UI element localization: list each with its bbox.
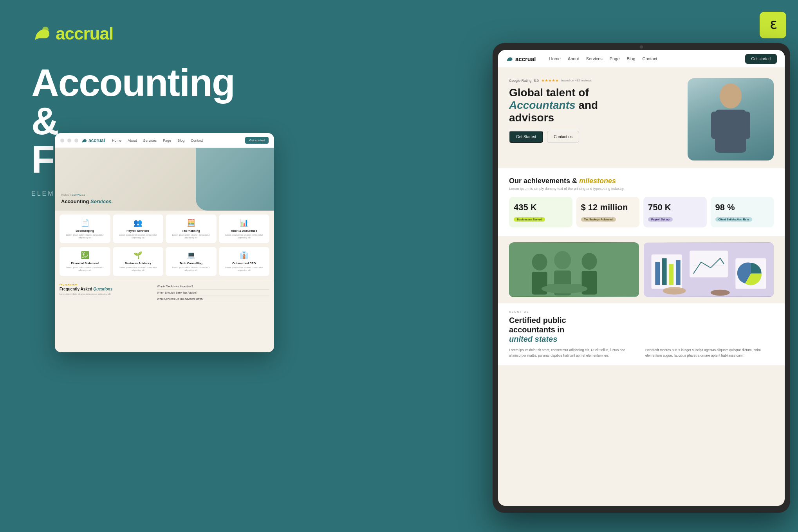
service-desc: Lorem ipsum dolor sit amet consectetur a…	[169, 266, 213, 272]
small-hero-area: HOME / SERVICES Accounting Services.	[55, 148, 274, 211]
svg-point-25	[711, 290, 730, 296]
small-get-started-btn[interactable]: Get started	[245, 137, 269, 144]
faq-questions: Why is Tax Advice Important? When Should…	[157, 283, 269, 302]
svg-rect-13	[547, 284, 582, 292]
tablet-logo: accrual	[506, 55, 536, 62]
tech-icon: 💻	[169, 251, 213, 260]
rating-label: Google Rating	[509, 79, 532, 83]
achievement-number: 435 K	[514, 202, 568, 213]
hero-buttons: Get Started Contact us	[509, 131, 680, 143]
nav-blog[interactable]: Blog	[627, 56, 636, 61]
faq-title: Frequently Asked Questions	[60, 287, 153, 291]
service-card-audit: 📊 Audit & Assurance Lorem ipsum dolor si…	[219, 215, 270, 243]
photos-section	[498, 236, 785, 303]
tablet-inner: accrual Home About Services Page Blog Co…	[498, 50, 785, 506]
service-desc: Lorem ipsum dolor sit amet consectetur a…	[169, 234, 213, 239]
svg-point-6	[532, 254, 547, 271]
audit-icon: 📊	[222, 218, 267, 227]
service-desc: Lorem ipsum dolor sit amet consectetur a…	[116, 266, 161, 272]
svg-rect-3	[711, 112, 720, 139]
tablet-hero: Google Rating 5.0 ★★★★★ based on 492 rev…	[498, 67, 785, 168]
faq-section: FAQ QUESTION Frequently Asked Questions …	[55, 280, 274, 305]
hero-title-em: Accountants	[509, 99, 576, 111]
logo-area: accrual	[31, 23, 258, 44]
nav-about[interactable]: About	[568, 56, 579, 61]
about-title: Certified publicaccountants in united st…	[509, 316, 774, 344]
faq-title-em: Questions	[93, 287, 112, 291]
tablet-navbar: accrual Home About Services Page Blog Co…	[498, 50, 785, 67]
service-name: Tech Consulting	[169, 261, 213, 265]
service-desc: Lorem ipsum dolor sit amet consectetur a…	[222, 266, 267, 272]
achievement-badge: Businesses Served	[514, 217, 545, 222]
charts-photo	[644, 242, 774, 297]
achievement-card-businesses: 435 K Businesses Served	[509, 197, 572, 227]
hero-photo	[688, 78, 774, 161]
about-section: ABOUT US Certified publicaccountants in …	[498, 303, 785, 365]
browser-dot-2	[67, 139, 71, 142]
service-desc: Lorem ipsum dolor sit amet consectetur a…	[222, 234, 267, 239]
payroll-icon: 👥	[116, 218, 161, 227]
service-card-cfo: 👔 Outsourced CFO Lorem ipsum dolor sit a…	[219, 247, 270, 276]
tablet-camera	[640, 45, 643, 49]
service-card-payroll: 👥 Payroll Services Lorem ipsum dolor sit…	[113, 215, 164, 243]
about-text-2: Hendrerit montes purus integer suscipit …	[645, 348, 774, 358]
faq-left: FAQ QUESTION Frequently Asked Questions …	[60, 283, 153, 302]
rating-value: 5.0	[534, 79, 539, 83]
achievement-card-tax: $ 12 million Tax Savings Achieved	[576, 197, 640, 227]
achievement-card-satisfaction: 98 % Client Satisfaction Rate	[711, 197, 774, 227]
small-logo: accrual	[81, 138, 105, 143]
nav-contact[interactable]: Contact	[643, 56, 657, 61]
svg-point-8	[554, 251, 571, 269]
svg-point-10	[582, 253, 597, 270]
achievement-number: $ 12 million	[581, 202, 635, 213]
tablet-get-started-btn[interactable]: Get started	[745, 54, 777, 64]
logo-text: accrual	[56, 24, 113, 43]
achievement-badge: Payroll Set up	[648, 217, 673, 222]
nav-services[interactable]: Services	[586, 56, 603, 61]
elementor-icon: ℇ	[770, 19, 776, 32]
service-name: Business Advisory	[116, 261, 161, 265]
services-grid: 📄 Bookkeeping Lorem ipsum dolor sit amet…	[55, 211, 274, 247]
browser-nav: Home About Services Page Blog Contact	[112, 139, 203, 142]
faq-question-1: Why is Tax Advice Important?	[157, 283, 269, 290]
service-card-advisory: 🌱 Business Advisory Lorem ipsum dolor si…	[113, 247, 164, 276]
services-grid-row2: 💹 Financial Statement Lorem ipsum dolor …	[55, 247, 274, 280]
cfo-icon: 👔	[222, 251, 267, 260]
svg-rect-20	[690, 251, 728, 277]
achievements-section: Our achievements & milestones Lorem ipsu…	[498, 168, 785, 236]
hero-title: Global talent of Accountants andadvisors	[509, 87, 680, 124]
faq-row: FAQ QUESTION Frequently Asked Questions …	[60, 283, 269, 302]
service-card-financial: 💹 Financial Statement Lorem ipsum dolor …	[60, 247, 110, 276]
get-started-btn[interactable]: Get Started	[509, 131, 543, 143]
svg-point-24	[663, 287, 686, 295]
service-name: Audit & Assurance	[222, 229, 267, 233]
meeting-photo	[509, 242, 639, 297]
rating-stars: ★★★★★	[541, 78, 559, 83]
svg-point-0	[42, 27, 49, 33]
achievements-title: Our achievements & milestones	[509, 177, 774, 185]
tax-icon: 🧮	[169, 218, 213, 227]
achievement-badge: Client Satisfaction Rate	[715, 217, 752, 222]
elementor-badge: ℇ	[760, 12, 786, 38]
breadcrumb: HOME / SERVICES	[61, 193, 113, 196]
financial-icon: 💹	[63, 251, 107, 260]
faq-desc: Lorem ipsum dolor sit amet consectetur a…	[60, 293, 153, 295]
nav-home[interactable]: Home	[549, 56, 561, 61]
about-label: ABOUT US	[509, 310, 774, 313]
about-text-1: Lorem ipsum dolor sit amet, consectetur …	[509, 348, 637, 358]
tablet-hero-image	[688, 78, 774, 161]
service-name: Bookkeeping	[63, 229, 107, 233]
contact-us-btn[interactable]: Contact us	[547, 131, 579, 143]
achievement-number: 750 K	[648, 202, 702, 213]
service-name: Outsourced CFO	[222, 261, 267, 265]
browser-bar: accrual Home About Services Page Blog Co…	[55, 133, 274, 148]
small-browser-mockup: accrual Home About Services Page Blog Co…	[55, 133, 274, 352]
svg-rect-17	[662, 258, 667, 285]
svg-rect-18	[669, 264, 673, 285]
tablet-hero-left: Google Rating 5.0 ★★★★★ based on 492 rev…	[509, 78, 680, 143]
nav-page[interactable]: Page	[610, 56, 620, 61]
service-name: Tax Planning	[169, 229, 213, 233]
tablet-mockup: accrual Home About Services Page Blog Co…	[493, 43, 790, 513]
service-desc: Lorem ipsum dolor sit amet consectetur a…	[63, 234, 107, 239]
svg-point-1	[720, 83, 742, 108]
